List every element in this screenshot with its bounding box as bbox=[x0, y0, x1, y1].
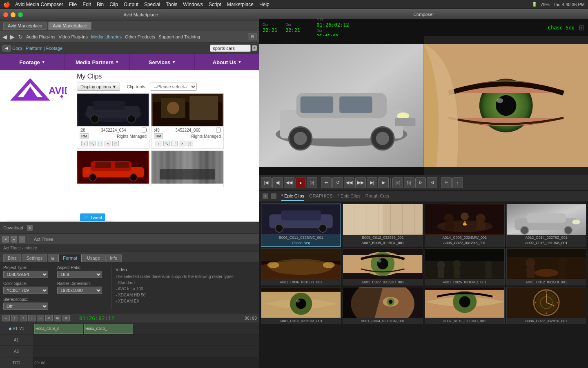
clip-thumb-1[interactable] bbox=[151, 94, 223, 126]
clip-card-10[interactable]: A007_R019_0119KC_001 bbox=[425, 287, 505, 324]
download-close-btn[interactable]: × bbox=[27, 225, 33, 231]
transport-out[interactable]: ↤ bbox=[321, 177, 332, 188]
clip-card-11[interactable]: B006_C022_032810_001 bbox=[506, 287, 586, 324]
clips-tab-epic1[interactable]: * Epic Clips bbox=[281, 192, 304, 201]
transport-mark-out[interactable]: ⊲ bbox=[427, 177, 437, 188]
clip-card-0[interactable]: B006_C011_032BWC_001 Chase Seq bbox=[261, 204, 341, 247]
clip-cart-btn-0[interactable]: 🛒 bbox=[112, 141, 119, 146]
clip-thumb-2[interactable] bbox=[77, 151, 149, 184]
apple-icon[interactable]: 🍎 bbox=[3, 1, 10, 8]
minimize-traffic-light[interactable] bbox=[11, 12, 16, 17]
clip-thumb-0[interactable] bbox=[77, 94, 149, 126]
raster-dim-select[interactable]: 1920x1080 bbox=[57, 287, 102, 294]
tab-usage[interactable]: Usage bbox=[82, 254, 105, 262]
tweet-button[interactable]: 🐦 Tweet bbox=[80, 213, 105, 221]
clip-card-2[interactable]: A014_C003_0324MW_001 A005_C022_0312X8_00… bbox=[425, 204, 505, 247]
clip-doc-btn-1[interactable]: 📄 bbox=[171, 141, 178, 146]
timeline-ctrl-1[interactable]: ↔ bbox=[2, 315, 10, 321]
clip-doc-btn-0[interactable]: 📄 bbox=[97, 141, 103, 146]
nav-about-us[interactable]: About Us ▼ bbox=[195, 54, 259, 70]
track-mark-v1[interactable]: ◆ bbox=[9, 326, 12, 331]
tab-2[interactable]: Avid Marketplace bbox=[48, 22, 91, 30]
tab-format[interactable]: Format bbox=[58, 254, 82, 262]
seq-close-btn[interactable]: × bbox=[2, 236, 9, 242]
timeline-ctrl-5[interactable]: → bbox=[37, 315, 44, 321]
transport-play[interactable]: ▶ bbox=[378, 177, 389, 188]
forward-btn[interactable]: ▶ bbox=[10, 34, 15, 40]
timeline-ctrl-7[interactable]: ⊕ bbox=[54, 315, 61, 321]
breadcrumb-footage[interactable]: Footage bbox=[46, 46, 62, 51]
search-close-btn[interactable]: × bbox=[252, 45, 257, 51]
transport-add-edit[interactable]: ✂ bbox=[441, 177, 452, 188]
tab-info[interactable]: Info bbox=[105, 254, 122, 262]
clip-delete-btn-0[interactable]: ✕ bbox=[105, 141, 111, 146]
audio-plugins-link[interactable]: Audio Plug-Ins bbox=[26, 34, 56, 39]
clip-card-6[interactable]: A001_C025_0310MQ_001 bbox=[425, 248, 505, 285]
tab-1[interactable]: Avid Marketplace bbox=[3, 22, 47, 30]
file-menu[interactable]: File bbox=[69, 2, 77, 7]
clip-checkbox-1[interactable] bbox=[216, 128, 221, 132]
clips-tab-epic2[interactable]: * Epic Clips bbox=[338, 192, 361, 201]
nav-media-partners[interactable]: Media Partners ▼ bbox=[65, 54, 130, 70]
clip-search-btn-0[interactable]: 🔍 bbox=[89, 141, 96, 146]
clips-browser-close-btn[interactable]: × bbox=[263, 193, 268, 199]
bin-menu[interactable]: Bin bbox=[97, 2, 104, 7]
stereoscopic-select[interactable]: Off bbox=[3, 303, 48, 310]
clip-card-5[interactable]: A001_C027_03152C_001 bbox=[343, 248, 423, 285]
transport-step-back[interactable]: ◀| bbox=[272, 177, 283, 188]
transport-rewind[interactable]: ◀◀ bbox=[344, 177, 354, 188]
marketplace-menu[interactable]: Marketplace bbox=[227, 2, 254, 7]
help-menu[interactable]: Help bbox=[259, 2, 270, 7]
clip-card-8[interactable]: A001_C012_03151M_001 bbox=[261, 287, 341, 324]
display-options-button[interactable]: Display options ▼ bbox=[77, 83, 120, 91]
transport-clip-start[interactable]: |◁ bbox=[392, 177, 403, 188]
clip-checkbox-0[interactable] bbox=[142, 128, 147, 132]
seq-plus-btn[interactable]: + bbox=[19, 236, 25, 242]
clip-card-7[interactable]: A001_C012_0315HI_001 bbox=[506, 248, 586, 285]
breadcrumb-platform[interactable]: Platform bbox=[26, 46, 42, 51]
edit-menu[interactable]: Edit bbox=[82, 2, 91, 7]
output-menu[interactable]: Output bbox=[124, 2, 138, 7]
clip-cart-btn-1[interactable]: 🛒 bbox=[187, 141, 193, 146]
transport-lift[interactable]: ↑ bbox=[452, 177, 463, 188]
timeline-ctrl-6[interactable]: ↵ bbox=[45, 315, 53, 321]
clip-card-4[interactable]: A001_C036_03153R_001 bbox=[261, 248, 341, 285]
transport-go-start[interactable]: |◀ bbox=[261, 177, 272, 188]
timeline-ctrl-3[interactable]: ↑ bbox=[20, 315, 27, 321]
tab-bins[interactable]: Bins bbox=[3, 254, 21, 262]
clip-card-1[interactable]: B005_C012_032953_001 A007_R008_0119CL_00… bbox=[343, 204, 423, 247]
timeline-ctrl-2[interactable]: ↕ bbox=[11, 315, 18, 321]
color-space-select[interactable]: YCbCr 709 bbox=[3, 287, 48, 294]
back-btn[interactable]: ◀ bbox=[2, 34, 7, 40]
script-menu[interactable]: Script bbox=[209, 2, 221, 7]
clip-menu[interactable]: Clip bbox=[109, 2, 118, 7]
tab-monitor[interactable]: 🖥 bbox=[48, 254, 58, 262]
video-plugins-link[interactable]: Video Plug-Ins bbox=[59, 34, 88, 39]
tab-settings[interactable]: Settings bbox=[22, 254, 47, 262]
transport-loop[interactable]: ↺ bbox=[332, 177, 343, 188]
transport-mark-in[interactable]: ⊳ bbox=[415, 177, 426, 188]
aspect-ratio-select[interactable]: 16:9 bbox=[57, 271, 102, 278]
track-clip-2[interactable]: H004_C013_ bbox=[84, 324, 133, 334]
clip-thumb-3[interactable] bbox=[151, 151, 223, 184]
seq-minus-btn[interactable]: − bbox=[11, 236, 17, 242]
timeline-ctrl-4[interactable]: ↓ bbox=[28, 315, 36, 321]
media-libraries-link[interactable]: Media Libraries bbox=[91, 34, 122, 39]
breadcrumb-back[interactable]: ◀ bbox=[2, 45, 11, 52]
panel-toggle-btn[interactable]: ⊟ bbox=[248, 33, 257, 40]
maximize-traffic-light[interactable] bbox=[18, 12, 23, 17]
other-products-link[interactable]: Other Products bbox=[125, 34, 155, 39]
special-menu[interactable]: Special bbox=[144, 2, 160, 7]
transport-go-end[interactable]: ▶| bbox=[367, 177, 377, 188]
transport-record[interactable]: ● bbox=[295, 177, 306, 188]
transport-in[interactable]: ▷| bbox=[307, 177, 317, 188]
clip-card-3[interactable]: A012_C014_03278Z_001 A002_C013_0319K8_00… bbox=[506, 204, 586, 247]
nav-services[interactable]: Services ▼ bbox=[130, 54, 195, 70]
close-traffic-light[interactable] bbox=[3, 12, 8, 17]
transport-ffwd[interactable]: ▶▶ bbox=[355, 177, 366, 188]
app-name-menu[interactable]: Avid Media Composer bbox=[15, 2, 63, 7]
tools-menu[interactable]: Tools bbox=[166, 2, 177, 7]
support-link[interactable]: Support and Training bbox=[158, 34, 200, 39]
clips-tab-graphics[interactable]: GRAPHICS bbox=[309, 192, 332, 201]
project-type-select[interactable]: 1080/59.94 bbox=[3, 271, 48, 278]
